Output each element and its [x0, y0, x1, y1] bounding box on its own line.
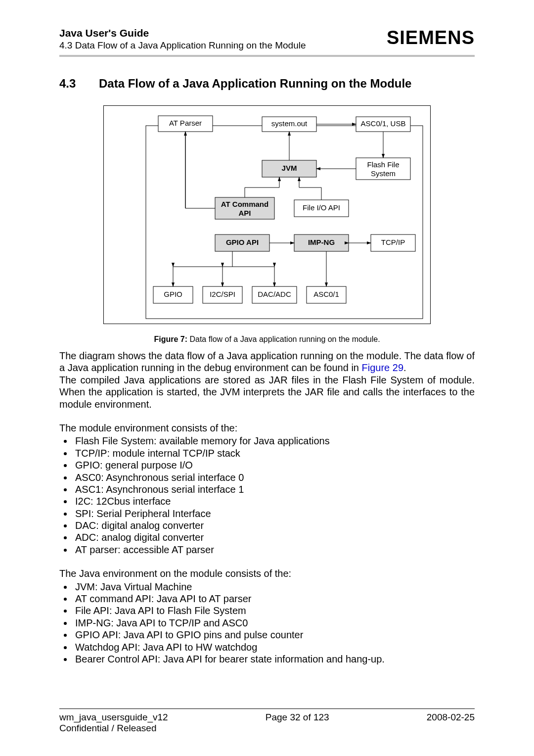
list-item: ASC0: Asynchronous serial interface 0 — [73, 472, 475, 483]
footer-doc: wm_java_usersguide_v12 — [59, 712, 168, 723]
data-flow-diagram: AT Parser system.out ASC0/1, USB JVM Fla… — [103, 105, 431, 324]
list-item: GPIO: general purpose I/O — [73, 459, 475, 471]
list-item: IMP-NG: Java API to TCP/IP and ASC0 — [73, 617, 475, 629]
figure-caption: Figure 7: Data flow of a Java applicatio… — [59, 335, 475, 344]
node-file-io: File I/O API — [303, 203, 340, 212]
list-item: I2C: 12Cbus interface — [73, 495, 475, 507]
node-gpio: GPIO — [164, 290, 182, 298]
list-item: TCP/IP: module internal TCP/IP stack — [73, 447, 475, 459]
list-item: Flash File System: available memory for … — [73, 435, 475, 447]
node-at-parser: AT Parser — [169, 119, 202, 127]
list-item: Watchdog API: Java API to HW watchdog — [73, 641, 475, 653]
node-i2c-spi: I2C/SPI — [210, 290, 235, 298]
node-jvm: JVM — [282, 164, 297, 172]
list-item: ASC1: Asynchronous serial interface 1 — [73, 483, 475, 495]
module-env-list: Flash File System: available memory for … — [59, 435, 475, 556]
page-footer: wm_java_usersguide_v12 Page 32 of 123 20… — [59, 709, 475, 734]
node-flash-fs-1: Flash File — [367, 160, 399, 169]
page-header: Java User's Guide 4.3 Data Flow of a Jav… — [59, 27, 475, 51]
node-imp-ng: IMP-NG — [308, 238, 335, 246]
section-number: 4.3 — [59, 77, 99, 91]
footer-date: 2008-02-25 — [427, 712, 475, 723]
figure-text: Data flow of a Java application running … — [189, 335, 380, 343]
list-item: AT command API: Java API to AT parser — [73, 593, 475, 605]
paragraph-2: The compiled Java applications are store… — [59, 375, 475, 410]
section-title: Data Flow of a Java Application Running … — [99, 77, 411, 91]
java-env-list: JVM: Java Virtual MachineAT command API:… — [59, 581, 475, 665]
node-system-out: system.out — [271, 119, 308, 128]
brand-logo: SIEMENS — [387, 27, 475, 48]
diagram-container: AT Parser system.out ASC0/1, USB JVM Fla… — [59, 105, 475, 324]
node-asc01: ASC0/1 — [313, 290, 339, 298]
list-item: SPI: Serial Peripheral Interface — [73, 508, 475, 520]
figure-label: Figure 7: — [154, 335, 187, 343]
footer-class: Confidential / Released — [59, 723, 475, 734]
list-item: File API: Java API to Flash File System — [73, 605, 475, 616]
node-tcpip: TCP/IP — [381, 238, 405, 246]
figure-link[interactable]: Figure 29 — [362, 362, 404, 373]
list-item: ADC: analog digital converter — [73, 531, 475, 543]
section-heading: 4.3 Data Flow of a Java Application Runn… — [59, 77, 475, 91]
footer-rule — [59, 709, 475, 709]
node-dac-adc: DAC/ADC — [258, 290, 291, 298]
node-asc01-usb: ASC0/1, USB — [361, 119, 406, 128]
intro-java-env: The Java environment on the module consi… — [59, 567, 475, 579]
intro-module-env: The module environment consists of the: — [59, 422, 475, 434]
doc-title: Java User's Guide — [59, 27, 306, 39]
node-at-cmd-2: API — [238, 209, 251, 217]
list-item: JVM: Java Virtual Machine — [73, 581, 475, 593]
footer-page: Page 32 of 123 — [266, 712, 329, 723]
doc-subtitle: 4.3 Data Flow of a Java Application Runn… — [59, 40, 306, 51]
node-gpio-api: GPIO API — [226, 238, 259, 246]
list-item: GPIO API: Java API to GPIO pins and puls… — [73, 629, 475, 641]
header-rule — [59, 55, 475, 57]
node-flash-fs-2: System — [371, 169, 396, 178]
list-item: Bearer Control API: Java API for bearer … — [73, 653, 475, 665]
paragraph-1: The diagram shows the data flow of a Jav… — [59, 350, 475, 410]
list-item: AT parser: accessible AT parser — [73, 544, 475, 556]
node-at-cmd-1: AT Command — [221, 200, 268, 208]
list-item: DAC: digital analog converter — [73, 520, 475, 531]
